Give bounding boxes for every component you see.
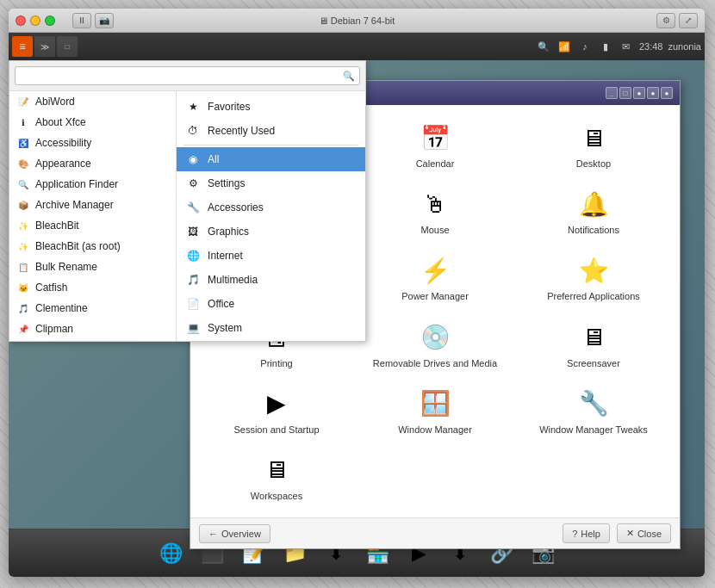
settings-item-icon: ▶	[259, 387, 294, 421]
settings-item-calendar[interactable]: 📅 Calendar	[358, 114, 513, 176]
app-menu-item[interactable]: 📋Bulk Rename	[9, 257, 176, 277]
taskbar-username: zunonia	[668, 41, 701, 52]
app-menu-search-input[interactable]	[15, 66, 360, 85]
help-label: Help	[581, 529, 600, 539]
settings-item-label: Screensaver	[567, 358, 620, 369]
settings-item-notifications[interactable]: 🔔 Notifications	[516, 180, 671, 243]
category-item-graphics[interactable]: 🖼Graphics	[177, 220, 365, 244]
mail-tray-icon[interactable]: ✉	[619, 39, 634, 54]
app-menu-item[interactable]: 📌Clipman	[9, 319, 176, 339]
settings-item-workspaces[interactable]: 🖥 Workspaces	[199, 446, 354, 509]
category-item-recently-used[interactable]: ⏱Recently Used	[177, 119, 365, 143]
category-icon: ★	[185, 99, 201, 115]
category-item-multimedia[interactable]: 🎵Multimedia	[177, 268, 365, 292]
app-icon: ✨	[16, 239, 30, 253]
settings-help-btn[interactable]: ? Help	[563, 523, 610, 543]
category-icon: ⏱	[185, 123, 201, 139]
category-item-all[interactable]: ◉All	[177, 147, 365, 171]
category-label: Internet	[208, 250, 243, 262]
taskbar-window-button[interactable]: □	[57, 36, 78, 57]
settings-item-icon: 🪟	[418, 387, 452, 421]
settings-item-label: Window Manager	[398, 424, 472, 436]
dock-item-web[interactable]: 🌐	[152, 535, 190, 573]
vm-fullscreen-btn[interactable]: ⤢	[679, 13, 698, 28]
category-icon: 🔧	[185, 200, 201, 215]
app-menu-categories: ★Favorites⏱Recently Used◉All⚙Settings🔧Ac…	[177, 91, 365, 341]
app-menu-item[interactable]: 🐱Catfish	[9, 277, 176, 298]
category-icon: ◉	[185, 152, 201, 167]
close-icon: ✕	[626, 528, 634, 539]
app-icon: 🐱	[16, 281, 30, 294]
app-icon: ♿	[16, 136, 30, 150]
overview-label: Overview	[221, 529, 261, 539]
app-label: Clipman	[35, 323, 73, 335]
xfce-menu-button[interactable]: ≡	[12, 36, 33, 57]
settings-item-window-manager-tweaks[interactable]: 🔧 Window Manager Tweaks	[516, 380, 671, 443]
settings-extra2-btn[interactable]: ●	[661, 87, 673, 99]
vm-close-btn[interactable]	[16, 15, 26, 26]
category-item-settings[interactable]: ⚙Settings	[177, 171, 365, 195]
app-menu-item[interactable]: ✨BleachBit (as root)	[9, 236, 176, 257]
category-item-office[interactable]: 📄Office	[177, 292, 365, 316]
app-menu-item[interactable]: 🌐CoverGloobus	[9, 339, 176, 341]
category-icon: 🖼	[185, 224, 201, 239]
back-icon: ←	[208, 529, 218, 539]
app-menu-item[interactable]: ♿Accessibility	[9, 133, 176, 153]
app-icon: 📋	[16, 260, 30, 274]
settings-min-btn[interactable]: _	[606, 87, 618, 99]
settings-extra1-btn[interactable]: ●	[647, 87, 659, 99]
vm-settings-btn[interactable]: ⚙	[656, 13, 675, 28]
category-label: Graphics	[208, 226, 249, 238]
taskbar-apps-button[interactable]: ≫	[34, 36, 55, 57]
app-menu-item[interactable]: 🎵Clementine	[9, 298, 176, 319]
app-menu-item[interactable]: ✨BleachBit	[9, 215, 176, 236]
vm-title-icon: 🖥	[319, 15, 331, 26]
settings-item-icon: ⭐	[576, 253, 611, 288]
help-icon: ?	[572, 529, 577, 539]
settings-close-btn[interactable]: ●	[633, 87, 645, 99]
settings-item-mouse[interactable]: 🖱 Mouse	[358, 180, 513, 243]
settings-max-btn[interactable]: □	[619, 87, 631, 99]
settings-item-removable-drives-and-media[interactable]: 💿 Removable Drives and Media	[358, 313, 513, 376]
settings-item-power-manager[interactable]: ⚡ Power Manager	[358, 246, 513, 309]
search-tray-icon[interactable]: 🔍	[536, 39, 551, 54]
app-label: About Xfce	[35, 116, 86, 128]
category-item-internet[interactable]: 🌐Internet	[177, 244, 365, 268]
app-icon: 🎵	[16, 301, 30, 315]
vm-min-btn[interactable]	[30, 15, 40, 26]
category-item-system[interactable]: 💻System	[177, 316, 365, 340]
category-item-favorites[interactable]: ★Favorites	[177, 95, 365, 119]
network-tray-icon: 📶	[556, 39, 572, 54]
audio-tray-icon[interactable]: ♪	[577, 39, 593, 54]
vm-title: 🖥 Debian 7 64-bit	[319, 15, 395, 26]
settings-item-desktop[interactable]: 🖥 Desktop	[516, 114, 671, 176]
settings-close-footer-btn[interactable]: ✕ Close	[617, 523, 671, 543]
category-icon: ⚙	[185, 176, 201, 191]
settings-item-window-manager[interactable]: 🪟 Window Manager	[358, 380, 513, 443]
settings-item-session-and-startup[interactable]: ▶ Session and Startup	[199, 380, 354, 443]
vm-controls: ⏸ 📷	[72, 13, 114, 28]
app-menu-item[interactable]: ℹAbout Xfce	[9, 112, 176, 133]
app-menu-item[interactable]: 📦Archive Manager	[9, 195, 176, 215]
vm-snapshot-btn[interactable]: 📷	[95, 13, 114, 28]
app-menu-item[interactable]: 🔍Application Finder	[9, 174, 176, 195]
desktop: ≡ ≫ □ 🔍 📶 ♪ ▮ ✉ 23:48 zunonia	[9, 33, 705, 577]
app-menu-item[interactable]: 📝AbiWord	[9, 91, 176, 112]
category-label: Favorites	[208, 101, 250, 113]
settings-overview-btn[interactable]: ← Overview	[199, 524, 270, 543]
vm-max-btn[interactable]	[45, 15, 55, 26]
app-label: BleachBit (as root)	[35, 240, 121, 252]
app-label: Application Finder	[35, 178, 118, 190]
settings-item-label: Notifications	[568, 225, 619, 236]
category-label: Office	[208, 298, 234, 310]
settings-item-icon: 🔔	[576, 187, 611, 221]
vm-pause-btn[interactable]: ⏸	[72, 13, 91, 28]
app-menu-app-list: 📝AbiWordℹAbout Xfce♿Accessibility🎨Appear…	[9, 91, 177, 341]
app-icon: 🎨	[16, 157, 30, 170]
settings-item-screensaver[interactable]: 🖥 Screensaver	[516, 313, 671, 376]
vm-titlebar-buttons	[16, 15, 55, 26]
app-menu-item[interactable]: 🎨Appearance	[9, 153, 176, 174]
settings-item-preferred-applications[interactable]: ⭐ Preferred Applications	[516, 246, 671, 309]
settings-item-icon: 🖥	[576, 320, 611, 355]
category-item-accessories[interactable]: 🔧Accessories	[177, 195, 365, 220]
